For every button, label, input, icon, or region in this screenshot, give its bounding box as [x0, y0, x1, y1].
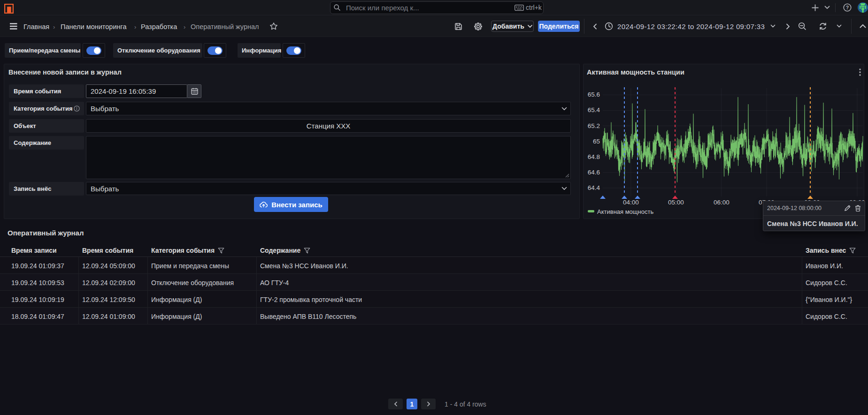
svg-text:?: ? — [846, 5, 849, 10]
